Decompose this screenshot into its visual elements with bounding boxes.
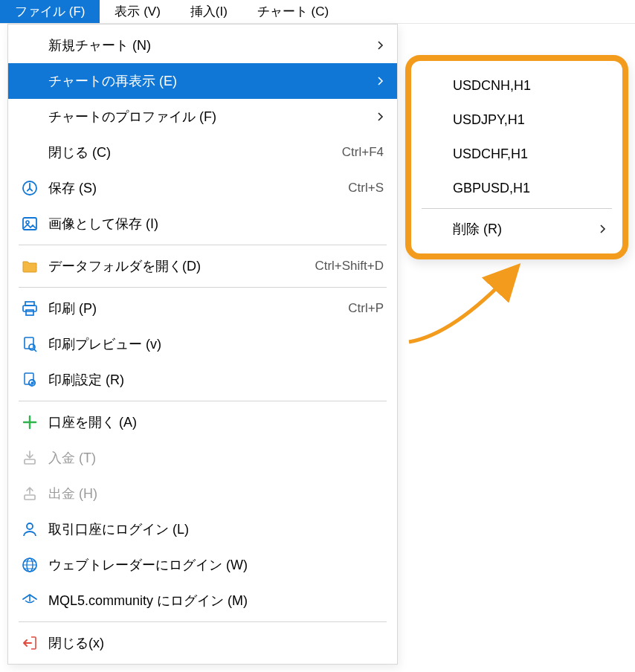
menu-item-save-image[interactable]: 画像として保存 (I) [8, 206, 397, 242]
submenu-redisplay-chart: USDCNH,H1 USDJPY,H1 USDCHF,H1 GBPUSD,H1 … [405, 55, 628, 259]
globe-icon [19, 554, 41, 576]
menu-item-open-account[interactable]: 口座を開く (A) [8, 404, 397, 440]
svg-rect-16 [25, 495, 35, 500]
submenu-item[interactable]: USDJPY,H1 [411, 103, 622, 137]
submenu-item-label: USDCHF,H1 [453, 146, 528, 162]
menu-item-label: MQL5.community にログイン (M) [48, 592, 384, 610]
menu-item-label: 印刷 (P) [48, 300, 336, 317]
file-dropdown: 新規チャート (N) チャートの再表示 (E) チャートのプロファイル (F) … [7, 24, 398, 665]
submenu-item-label: USDCNH,H1 [453, 78, 531, 94]
withdraw-icon [19, 482, 41, 505]
menu-item-label: 保存 (S) [48, 179, 336, 197]
settings-icon [19, 369, 41, 391]
blank-icon [19, 106, 41, 128]
submenu-item[interactable]: USDCHF,H1 [411, 137, 622, 171]
chevron-right-icon [370, 41, 384, 50]
menu-item-label: 口座を開く (A) [48, 413, 384, 431]
menu-item-new-chart[interactable]: 新規チャート (N) [8, 28, 397, 63]
menu-item-label: 取引口座にログイン (L) [48, 520, 384, 538]
svg-rect-15 [25, 459, 35, 464]
save-icon [19, 177, 41, 199]
menu-item-login-account[interactable]: 取引口座にログイン (L) [8, 511, 397, 547]
menu-item-save[interactable]: 保存 (S) Ctrl+S [8, 170, 397, 206]
preview-icon [19, 333, 41, 355]
menu-item-label: 画像として保存 (I) [48, 215, 384, 233]
submenu-item[interactable]: USDCNH,H1 [411, 68, 622, 103]
menu-item-chart-profile[interactable]: チャートのプロファイル (F) [8, 99, 397, 135]
menu-item-print-preview[interactable]: 印刷プレビュー (v) [8, 326, 397, 362]
svg-point-2 [26, 221, 29, 224]
menu-item-deposit: 入金 (T) [8, 440, 397, 476]
menubar-item-insert[interactable]: 挿入(I) [175, 0, 242, 23]
menu-item-close[interactable]: 閉じる (C) Ctrl+F4 [8, 135, 397, 170]
menu-separator [19, 245, 387, 245]
mql-icon [19, 589, 41, 612]
menubar-item-file[interactable]: ファイル (F) [0, 0, 100, 23]
menu-separator [19, 621, 387, 622]
menu-item-label: 印刷設定 (R) [48, 371, 384, 389]
menu-item-withdraw: 出金 (H) [8, 476, 397, 511]
blank-icon [19, 34, 41, 56]
blank-icon [19, 70, 41, 92]
menubar-item-label: 表示 (V) [115, 3, 160, 20]
menu-item-shortcut: Ctrl+P [336, 301, 384, 316]
menubar-item-chart[interactable]: チャート (C) [242, 0, 344, 23]
menubar: ファイル (F) 表示 (V) 挿入(I) チャート (C) [0, 0, 635, 24]
submenu-item[interactable]: GBPUSD,H1 [411, 171, 622, 205]
menu-item-exit[interactable]: 閉じる(x) [8, 625, 397, 661]
svg-point-17 [27, 523, 33, 529]
image-icon [19, 213, 41, 235]
menubar-item-view[interactable]: 表示 (V) [100, 0, 175, 23]
plus-icon [19, 411, 41, 433]
menu-item-login-mql5[interactable]: MQL5.community にログイン (M) [8, 583, 397, 618]
submenu-item-delete[interactable]: 削除 (R) [411, 212, 622, 246]
submenu-item-label: USDJPY,H1 [453, 112, 525, 128]
menu-item-print-settings[interactable]: 印刷設定 (R) [8, 362, 397, 398]
menu-item-label: 新規チャート (N) [48, 36, 370, 54]
menubar-item-label: ファイル (F) [15, 3, 85, 20]
menu-item-label: ウェブトレーダーにログイン (W) [48, 556, 384, 574]
menu-separator [19, 401, 387, 401]
menu-item-label: 閉じる(x) [48, 634, 384, 652]
folder-icon [19, 255, 41, 277]
submenu-item-label: GBPUSD,H1 [453, 181, 530, 196]
submenu-item-label: 削除 (R) [453, 220, 502, 238]
chevron-right-icon [600, 224, 606, 233]
blank-icon [19, 141, 41, 164]
menu-separator [19, 287, 387, 288]
menu-item-shortcut: Ctrl+Shift+D [303, 259, 384, 274]
menu-item-label: 閉じる (C) [48, 143, 330, 161]
menu-item-label: データフォルダを開く(D) [48, 257, 303, 275]
menu-item-label: 印刷プレビュー (v) [48, 335, 384, 353]
menu-item-redisplay-chart[interactable]: チャートの再表示 (E) [8, 63, 397, 99]
menu-item-label: チャートのプロファイル (F) [48, 108, 370, 126]
menu-item-shortcut: Ctrl+F4 [330, 145, 384, 160]
annotation-arrow-icon [402, 260, 528, 349]
menubar-item-label: 挿入(I) [190, 3, 228, 20]
menu-item-label: 出金 (H) [48, 485, 384, 503]
menubar-item-label: チャート (C) [257, 3, 329, 20]
chevron-right-icon [370, 112, 384, 121]
deposit-icon [19, 447, 41, 469]
svg-rect-5 [26, 310, 33, 315]
user-icon [19, 518, 41, 540]
svg-rect-1 [23, 218, 36, 230]
menu-item-open-data-folder[interactable]: データフォルダを開く(D) Ctrl+Shift+D [8, 248, 397, 284]
chevron-right-icon [370, 77, 384, 85]
menu-item-label: チャートの再表示 (E) [48, 72, 370, 90]
menu-item-login-webtrader[interactable]: ウェブトレーダーにログイン (W) [8, 547, 397, 583]
menu-item-label: 入金 (T) [48, 449, 384, 467]
svg-point-10 [31, 382, 33, 384]
menu-item-print[interactable]: 印刷 (P) Ctrl+P [8, 291, 397, 326]
exit-icon [19, 632, 41, 654]
menu-item-shortcut: Ctrl+S [336, 181, 384, 196]
print-icon [19, 297, 41, 320]
submenu-separator [422, 208, 612, 209]
